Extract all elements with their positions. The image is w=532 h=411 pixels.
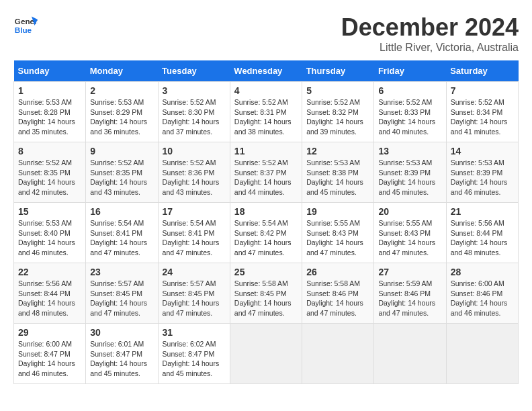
day-number: 29 [18, 327, 81, 338]
calendar-cell: 9 Sunrise: 5:52 AM Sunset: 8:35 PM Dayli… [86, 142, 158, 203]
calendar-cell: 15 Sunrise: 5:53 AM Sunset: 8:40 PM Dayl… [14, 203, 86, 263]
calendar-cell: 1 Sunrise: 5:53 AM Sunset: 8:28 PM Dayli… [14, 82, 86, 142]
week-row-3: 15 Sunrise: 5:53 AM Sunset: 8:40 PM Dayl… [14, 203, 519, 263]
calendar-cell: 16 Sunrise: 5:54 AM Sunset: 8:41 PM Dayl… [86, 203, 158, 263]
week-row-2: 8 Sunrise: 5:52 AM Sunset: 8:35 PM Dayli… [14, 142, 519, 203]
calendar-cell: 7 Sunrise: 5:52 AM Sunset: 8:34 PM Dayli… [446, 82, 518, 142]
day-number: 12 [306, 146, 369, 156]
day-info: Sunrise: 5:58 AM Sunset: 8:46 PM Dayligh… [306, 279, 369, 318]
calendar-cell: 10 Sunrise: 5:52 AM Sunset: 8:36 PM Dayl… [158, 142, 230, 203]
day-number: 14 [451, 146, 514, 156]
day-number: 8 [18, 146, 81, 156]
day-number: 3 [163, 85, 226, 96]
day-info: Sunrise: 5:52 AM Sunset: 8:33 PM Dayligh… [378, 97, 441, 137]
calendar-cell: 14 Sunrise: 5:53 AM Sunset: 8:39 PM Dayl… [446, 142, 518, 203]
day-number: 26 [306, 267, 369, 277]
day-number: 30 [90, 327, 153, 338]
calendar-cell [374, 324, 446, 384]
day-number: 24 [163, 267, 226, 277]
day-info: Sunrise: 5:53 AM Sunset: 8:39 PM Dayligh… [451, 158, 514, 197]
calendar-cell: 27 Sunrise: 5:59 AM Sunset: 8:46 PM Dayl… [374, 263, 446, 324]
calendar-cell [446, 324, 518, 384]
location-title: Little River, Victoria, Australia [341, 42, 519, 54]
calendar-cell: 22 Sunrise: 5:56 AM Sunset: 8:44 PM Dayl… [14, 263, 86, 324]
calendar-cell: 31 Sunrise: 6:02 AM Sunset: 8:47 PM Dayl… [158, 324, 230, 384]
logo-icon: General Blue [13, 13, 38, 38]
day-number: 10 [163, 146, 226, 156]
day-info: Sunrise: 5:57 AM Sunset: 8:45 PM Dayligh… [163, 279, 226, 318]
day-info: Sunrise: 5:53 AM Sunset: 8:38 PM Dayligh… [306, 158, 369, 197]
day-number: 17 [163, 206, 226, 217]
day-info: Sunrise: 5:52 AM Sunset: 8:30 PM Dayligh… [163, 97, 226, 137]
calendar-cell [230, 324, 302, 384]
day-header-saturday: Saturday [446, 60, 518, 82]
calendar-table: SundayMondayTuesdayWednesdayThursdayFrid… [13, 60, 519, 384]
day-info: Sunrise: 5:56 AM Sunset: 8:44 PM Dayligh… [18, 279, 81, 318]
calendar-cell: 19 Sunrise: 5:55 AM Sunset: 8:43 PM Dayl… [302, 203, 374, 263]
day-header-tuesday: Tuesday [158, 60, 230, 82]
day-number: 13 [378, 146, 441, 156]
day-number: 9 [90, 146, 153, 156]
header: General Blue December 2024 Little River,… [13, 13, 519, 54]
day-number: 20 [378, 206, 441, 217]
day-number: 25 [234, 267, 298, 277]
days-header-row: SundayMondayTuesdayWednesdayThursdayFrid… [14, 60, 519, 82]
day-number: 23 [90, 267, 153, 277]
week-row-4: 22 Sunrise: 5:56 AM Sunset: 8:44 PM Dayl… [14, 263, 519, 324]
calendar-cell [302, 324, 374, 384]
day-number: 28 [451, 267, 514, 277]
calendar-cell: 6 Sunrise: 5:52 AM Sunset: 8:33 PM Dayli… [374, 82, 446, 142]
day-info: Sunrise: 5:52 AM Sunset: 8:35 PM Dayligh… [90, 158, 153, 197]
day-info: Sunrise: 6:02 AM Sunset: 8:47 PM Dayligh… [163, 339, 226, 379]
day-info: Sunrise: 6:01 AM Sunset: 8:47 PM Dayligh… [90, 339, 153, 379]
title-area: December 2024 Little River, Victoria, Au… [341, 13, 519, 54]
day-number: 5 [306, 85, 369, 96]
week-row-5: 29 Sunrise: 6:00 AM Sunset: 8:47 PM Dayl… [14, 324, 519, 384]
calendar-cell: 29 Sunrise: 6:00 AM Sunset: 8:47 PM Dayl… [14, 324, 86, 384]
calendar-cell: 2 Sunrise: 5:53 AM Sunset: 8:29 PM Dayli… [86, 82, 158, 142]
day-info: Sunrise: 5:53 AM Sunset: 8:40 PM Dayligh… [18, 218, 81, 258]
day-info: Sunrise: 6:00 AM Sunset: 8:46 PM Dayligh… [451, 279, 514, 318]
calendar-cell: 23 Sunrise: 5:57 AM Sunset: 8:45 PM Dayl… [86, 263, 158, 324]
svg-text:Blue: Blue [15, 26, 32, 34]
day-info: Sunrise: 5:55 AM Sunset: 8:43 PM Dayligh… [306, 218, 369, 258]
calendar-cell: 24 Sunrise: 5:57 AM Sunset: 8:45 PM Dayl… [158, 263, 230, 324]
day-info: Sunrise: 5:56 AM Sunset: 8:44 PM Dayligh… [451, 218, 514, 258]
calendar-cell: 13 Sunrise: 5:53 AM Sunset: 8:39 PM Dayl… [374, 142, 446, 203]
day-info: Sunrise: 5:57 AM Sunset: 8:45 PM Dayligh… [90, 279, 153, 318]
day-number: 18 [234, 206, 298, 217]
calendar-cell: 20 Sunrise: 5:55 AM Sunset: 8:43 PM Dayl… [374, 203, 446, 263]
calendar-cell: 28 Sunrise: 6:00 AM Sunset: 8:46 PM Dayl… [446, 263, 518, 324]
calendar-cell: 3 Sunrise: 5:52 AM Sunset: 8:30 PM Dayli… [158, 82, 230, 142]
calendar-cell: 21 Sunrise: 5:56 AM Sunset: 8:44 PM Dayl… [446, 203, 518, 263]
calendar-cell: 4 Sunrise: 5:52 AM Sunset: 8:31 PM Dayli… [230, 82, 302, 142]
calendar-cell: 8 Sunrise: 5:52 AM Sunset: 8:35 PM Dayli… [14, 142, 86, 203]
week-row-1: 1 Sunrise: 5:53 AM Sunset: 8:28 PM Dayli… [14, 82, 519, 142]
day-number: 27 [378, 267, 441, 277]
calendar-cell: 5 Sunrise: 5:52 AM Sunset: 8:32 PM Dayli… [302, 82, 374, 142]
day-info: Sunrise: 5:53 AM Sunset: 8:39 PM Dayligh… [378, 158, 441, 197]
day-info: Sunrise: 5:53 AM Sunset: 8:28 PM Dayligh… [18, 97, 81, 137]
day-info: Sunrise: 5:52 AM Sunset: 8:36 PM Dayligh… [163, 158, 226, 197]
day-number: 15 [18, 206, 81, 217]
day-info: Sunrise: 5:54 AM Sunset: 8:42 PM Dayligh… [234, 218, 298, 258]
logo: General Blue [13, 13, 38, 38]
month-title: December 2024 [341, 13, 519, 42]
day-info: Sunrise: 5:54 AM Sunset: 8:41 PM Dayligh… [163, 218, 226, 258]
day-info: Sunrise: 5:52 AM Sunset: 8:35 PM Dayligh… [18, 158, 81, 197]
calendar-cell: 25 Sunrise: 5:58 AM Sunset: 8:45 PM Dayl… [230, 263, 302, 324]
calendar-cell: 26 Sunrise: 5:58 AM Sunset: 8:46 PM Dayl… [302, 263, 374, 324]
day-header-wednesday: Wednesday [230, 60, 302, 82]
day-header-monday: Monday [86, 60, 158, 82]
day-number: 21 [451, 206, 514, 217]
day-number: 7 [451, 85, 514, 96]
day-number: 4 [234, 85, 298, 96]
day-info: Sunrise: 5:53 AM Sunset: 8:29 PM Dayligh… [90, 97, 153, 137]
day-info: Sunrise: 6:00 AM Sunset: 8:47 PM Dayligh… [18, 339, 81, 379]
day-header-thursday: Thursday [302, 60, 374, 82]
day-info: Sunrise: 5:52 AM Sunset: 8:37 PM Dayligh… [234, 158, 298, 197]
day-info: Sunrise: 5:52 AM Sunset: 8:32 PM Dayligh… [306, 97, 369, 137]
calendar-cell: 17 Sunrise: 5:54 AM Sunset: 8:41 PM Dayl… [158, 203, 230, 263]
day-number: 1 [18, 85, 81, 96]
day-info: Sunrise: 5:55 AM Sunset: 8:43 PM Dayligh… [378, 218, 441, 258]
